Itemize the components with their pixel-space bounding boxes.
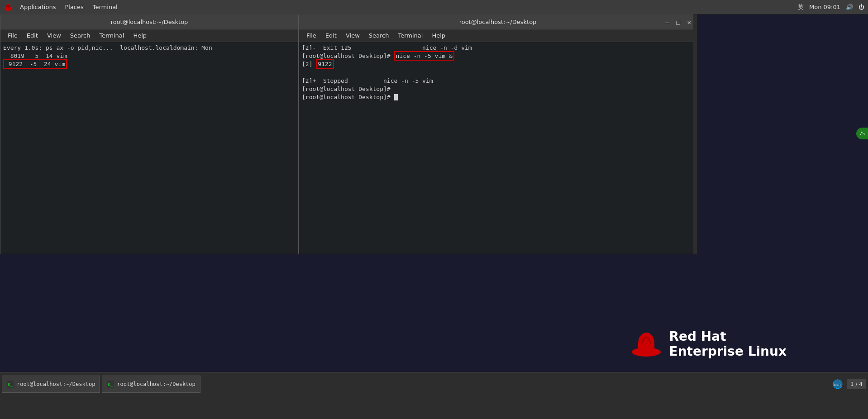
right-prompt2-line: [root@localhost Desktop]# <box>302 85 694 93</box>
right-terminal-menubar: File Edit View Search Terminal Help <box>299 29 696 42</box>
left-terminal-window: root@localhost:~/Desktop File Edit View … <box>0 14 299 254</box>
svg-text:NET: NET <box>834 383 841 387</box>
right-blank1 <box>302 69 694 77</box>
edge-badge: 75 <box>856 128 868 139</box>
volume-icon[interactable]: 🔊 <box>846 4 853 10</box>
window-controls: — □ ✕ <box>663 18 693 27</box>
right-terminal-title: root@localhost:~/Desktop <box>459 19 537 25</box>
redhat-logo-line1: Red Hat <box>669 329 787 344</box>
right-terminal-menu[interactable]: Terminal <box>394 31 426 40</box>
left-edit-menu[interactable]: Edit <box>23 31 42 40</box>
left-terminal-header: Every 1.0s: ps ax -o pid,nic... localhos… <box>3 44 296 52</box>
right-command-highlight: nice -n -5 vim & <box>394 51 454 61</box>
system-tray: 英 Mon 09:01 🔊 ⏻ <box>798 3 864 11</box>
redhat-logo-text: Red Hat Enterprise Linux <box>669 329 787 359</box>
lang-indicator: 英 <box>798 3 804 11</box>
top-menubar: Applications Places Terminal 英 Mon 09:01… <box>0 0 868 14</box>
desktop: root@localhost:~/Desktop File Edit View … <box>0 14 868 395</box>
right-job-line: [2] 9122 <box>302 60 694 68</box>
left-search-menu[interactable]: Search <box>67 31 94 40</box>
close-button[interactable]: ✕ <box>686 18 693 27</box>
left-terminal-title: root@localhost:~/Desktop <box>111 19 188 25</box>
right-view-menu[interactable]: View <box>342 31 363 40</box>
right-prompt3-line: [root@localhost Desktop]# <box>302 93 694 101</box>
places-menu[interactable]: Places <box>60 2 88 12</box>
redhat-logo-area: Red Hat Enterprise Linux <box>630 329 787 359</box>
right-edit-menu[interactable]: Edit <box>322 31 340 40</box>
taskbar: $_ root@localhost:~/Desktop $_ root@loca… <box>0 372 868 395</box>
left-highlight-box: 9122 -5 24 vim <box>3 59 67 69</box>
right-line1: [2]- Exit 125 nice -n -d vim <box>302 44 694 52</box>
right-terminal-body: [2]- Exit 125 nice -n -d vim [root@local… <box>299 42 696 254</box>
left-help-menu[interactable]: Help <box>129 31 150 40</box>
svg-text:$_: $_ <box>108 382 113 387</box>
redhat-icon <box>4 3 13 12</box>
taskbar-item1-label: root@localhost:~/Desktop <box>17 381 95 387</box>
right-search-menu[interactable]: Search <box>365 31 393 40</box>
right-help-menu[interactable]: Help <box>428 31 449 40</box>
left-terminal-body: Every 1.0s: ps ax -o pid,nic... localhos… <box>0 42 298 254</box>
right-pid-highlight: 9122 <box>316 59 334 69</box>
minimize-button[interactable]: — <box>663 18 671 27</box>
taskbar-terminal-icon-2: $_ <box>107 381 114 388</box>
svg-point-2 <box>6 5 10 8</box>
left-terminal-highlighted: 9122 -5 24 vim <box>3 60 296 68</box>
right-prompt1-line: [root@localhost Desktop]# nice -n -5 vim… <box>302 52 694 60</box>
terminal-cursor <box>394 94 398 100</box>
power-icon[interactable]: ⏻ <box>858 4 864 10</box>
page-indicator: 1 / 4 <box>847 379 866 389</box>
clock: Mon 09:01 <box>809 4 840 10</box>
left-terminal-titlebar: root@localhost:~/Desktop <box>0 15 298 29</box>
left-view-menu[interactable]: View <box>43 31 65 40</box>
terminal-menu[interactable]: Terminal <box>88 2 122 12</box>
taskbar-terminal-icon-1: $_ <box>7 381 14 388</box>
redhat-hat-logo <box>630 330 662 357</box>
taskbar-item2-label: root@localhost:~/Desktop <box>117 381 195 387</box>
right-terminal-titlebar: root@localhost:~/Desktop — □ ✕ <box>299 15 696 29</box>
applications-menu[interactable]: Applications <box>15 2 60 12</box>
right-terminal-window: root@localhost:~/Desktop — □ ✕ File Edit… <box>299 14 697 254</box>
maximize-button[interactable]: □ <box>674 18 682 27</box>
left-file-menu[interactable]: File <box>4 31 21 40</box>
network-icon: NET <box>832 379 843 390</box>
scrollbar[interactable] <box>693 14 697 254</box>
taskbar-right: NET 1 / 4 <box>832 379 866 390</box>
terminals-wrapper: root@localhost:~/Desktop File Edit View … <box>0 14 697 254</box>
svg-text:$_: $_ <box>8 382 13 387</box>
taskbar-item-1[interactable]: $_ root@localhost:~/Desktop <box>2 376 100 393</box>
right-file-menu[interactable]: File <box>303 31 320 40</box>
left-terminal-menubar: File Edit View Search Terminal Help <box>0 29 298 42</box>
redhat-logo-line2: Enterprise Linux <box>669 344 787 359</box>
left-terminal-menu[interactable]: Terminal <box>95 31 128 40</box>
taskbar-item-2[interactable]: $_ root@localhost:~/Desktop <box>102 376 200 393</box>
right-stopped-line: [2]+ Stopped nice -n -5 vim <box>302 77 694 85</box>
